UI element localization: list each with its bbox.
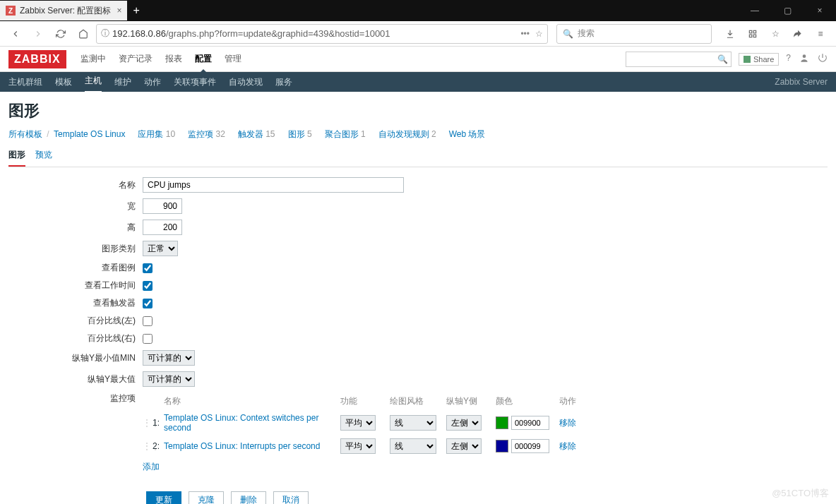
row-index: 1: xyxy=(153,418,164,428)
menu-configuration[interactable]: 配置 xyxy=(195,53,212,65)
update-button[interactable]: 更新 xyxy=(146,491,181,504)
add-item-link[interactable]: 添加 xyxy=(143,462,160,472)
triggers-checkbox[interactable] xyxy=(143,299,153,308)
remove-link[interactable]: 移除 xyxy=(559,441,576,451)
legend-checkbox[interactable] xyxy=(143,263,153,273)
item-row: ⋮⋮ 1: Template OS Linux: Context switche… xyxy=(143,410,587,436)
worktime-checkbox[interactable] xyxy=(143,281,153,291)
style-select[interactable]: 线 xyxy=(390,415,436,431)
browser-tab-bar: Z Zabbix Server: 配置图标 × + — ▢ × xyxy=(0,0,836,21)
bc-triggers[interactable]: 触发器 xyxy=(238,129,263,139)
menu-icon[interactable]: ≡ xyxy=(811,24,830,44)
label-triggers: 查看触发器 xyxy=(8,297,143,309)
bc-discovery-rules[interactable]: 自动发现规则 xyxy=(378,129,429,139)
bc-screens[interactable]: 聚合图形 xyxy=(325,129,359,139)
height-input[interactable] xyxy=(143,220,182,235)
pct-left-checkbox[interactable] xyxy=(143,316,153,326)
menu-administration[interactable]: 管理 xyxy=(225,53,241,65)
ymin-select[interactable]: 可计算的 xyxy=(143,350,195,366)
item-name-link[interactable]: Template OS Linux: Context switches per … xyxy=(164,413,318,433)
more-icon[interactable]: ••• xyxy=(520,29,530,39)
subnav-maintenance[interactable]: 维护 xyxy=(114,72,131,92)
window-minimize-icon[interactable]: — xyxy=(739,0,771,21)
bc-applications[interactable]: 应用集 xyxy=(138,129,163,139)
window-maximize-icon[interactable]: ▢ xyxy=(771,0,804,21)
clone-button[interactable]: 克隆 xyxy=(189,491,224,504)
menu-monitoring[interactable]: 监测中 xyxy=(80,53,106,65)
info-icon[interactable]: ⓘ xyxy=(101,28,109,40)
color-input[interactable] xyxy=(511,416,549,430)
browser-search[interactable]: 🔍 搜索 xyxy=(556,24,712,44)
zabbix-logo[interactable]: ZABBIX xyxy=(8,50,66,68)
browser-tab[interactable]: Z Zabbix Server: 配置图标 × xyxy=(0,1,127,20)
bc-all-templates[interactable]: 所有模板 / Template OS Linux xyxy=(8,128,125,140)
share-button[interactable]: Share xyxy=(739,53,779,66)
ymax-select[interactable]: 可计算的 xyxy=(143,371,195,387)
delete-button[interactable]: 删除 xyxy=(231,491,266,504)
tab-title: Zabbix Server: 配置图标 xyxy=(20,5,111,17)
menu-inventory[interactable]: 资产记录 xyxy=(119,53,153,65)
row-index: 2: xyxy=(153,441,164,451)
drag-handle-icon[interactable]: ⋮⋮ xyxy=(143,441,153,451)
search-icon: 🔍 xyxy=(717,54,728,64)
menu-reports[interactable]: 报表 xyxy=(165,53,182,65)
func-select[interactable]: 平均 xyxy=(340,438,376,454)
subnav-correlation[interactable]: 关联项事件 xyxy=(174,72,216,92)
new-tab-button[interactable]: + xyxy=(133,4,139,17)
subnav-hosts[interactable]: 主机 xyxy=(85,71,102,93)
bc-graphs[interactable]: 图形 xyxy=(288,129,305,139)
func-select[interactable]: 平均 xyxy=(340,415,376,431)
subnav-discovery[interactable]: 自动发现 xyxy=(229,72,263,92)
pct-right-checkbox[interactable] xyxy=(143,334,153,344)
svg-rect-3 xyxy=(753,35,756,37)
type-select[interactable]: 正常 xyxy=(143,241,178,256)
forward-button[interactable] xyxy=(28,24,48,44)
library-icon[interactable]: ☆ xyxy=(765,24,785,44)
bookmark-icon[interactable]: ☆ xyxy=(535,29,543,39)
svg-rect-2 xyxy=(749,35,752,37)
remove-link[interactable]: 移除 xyxy=(559,418,576,428)
label-worktime: 查看工作时间 xyxy=(8,280,143,292)
cancel-button[interactable]: 取消 xyxy=(273,491,309,504)
extensions-icon[interactable] xyxy=(743,24,763,44)
url-bar[interactable]: ⓘ 192.168.0.86/graphs.php?form=update&gr… xyxy=(96,24,548,44)
downloads-icon[interactable] xyxy=(720,24,740,44)
subnav-services[interactable]: 服务 xyxy=(275,72,292,92)
side-select[interactable]: 左侧 xyxy=(446,415,482,431)
power-icon[interactable] xyxy=(818,53,828,65)
server-label: Zabbix Server xyxy=(775,77,828,87)
search-icon: 🔍 xyxy=(563,29,573,39)
subnav-actions[interactable]: 动作 xyxy=(144,72,161,92)
user-icon[interactable] xyxy=(799,53,809,65)
page-title: 图形 xyxy=(8,100,828,121)
color-swatch[interactable] xyxy=(496,416,508,429)
label-height: 高 xyxy=(8,222,143,234)
back-button[interactable] xyxy=(6,24,25,44)
home-button[interactable] xyxy=(73,24,93,44)
width-input[interactable] xyxy=(143,198,182,214)
color-input[interactable] xyxy=(511,439,549,453)
app-search-input[interactable]: 🔍 xyxy=(626,52,732,67)
url-text: 192.168.0.86/graphs.php?form=update&grap… xyxy=(112,28,520,39)
style-select[interactable]: 线 xyxy=(390,438,436,454)
share-icon xyxy=(744,56,751,63)
color-swatch[interactable] xyxy=(496,440,508,452)
reload-button[interactable] xyxy=(51,24,71,44)
window-close-icon[interactable]: × xyxy=(804,0,836,21)
side-select[interactable]: 左侧 xyxy=(446,438,482,454)
tab-preview[interactable]: 预览 xyxy=(35,145,52,167)
tab-close-icon[interactable]: × xyxy=(111,6,121,16)
subnav-hostgroups[interactable]: 主机群组 xyxy=(8,72,42,92)
help-icon[interactable]: ? xyxy=(786,53,791,65)
th-style: 绘图风格 xyxy=(390,395,446,407)
bc-web[interactable]: Web 场景 xyxy=(449,129,486,139)
drag-handle-icon[interactable]: ⋮⋮ xyxy=(143,418,153,428)
breadcrumb: 所有模板 / Template OS Linux 应用集 10 监控项 32 触… xyxy=(8,128,828,140)
name-input[interactable] xyxy=(143,177,404,193)
tab-graph[interactable]: 图形 xyxy=(8,145,25,167)
bc-items[interactable]: 监控项 xyxy=(188,129,213,139)
subnav-templates[interactable]: 模板 xyxy=(55,72,72,92)
item-name-link[interactable]: Template OS Linux: Interrupts per second xyxy=(164,441,320,451)
tab-favicon: Z xyxy=(6,6,16,16)
share-arrow-icon[interactable] xyxy=(788,24,808,44)
